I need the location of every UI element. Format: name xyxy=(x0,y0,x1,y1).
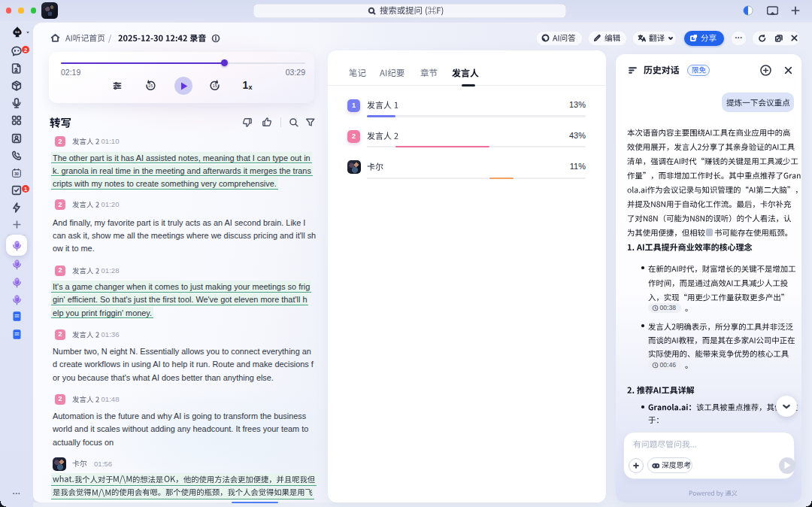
svg-text:15: 15 xyxy=(148,83,153,88)
svg-text:30: 30 xyxy=(14,172,19,176)
svg-text:0.0: 0.0 xyxy=(15,30,20,34)
svg-text:15: 15 xyxy=(213,83,218,88)
